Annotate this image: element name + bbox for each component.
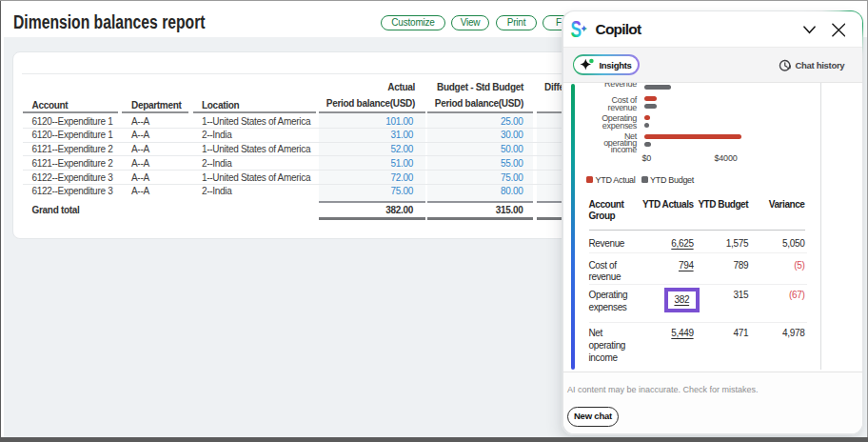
- svg-text:S: S: [570, 20, 582, 41]
